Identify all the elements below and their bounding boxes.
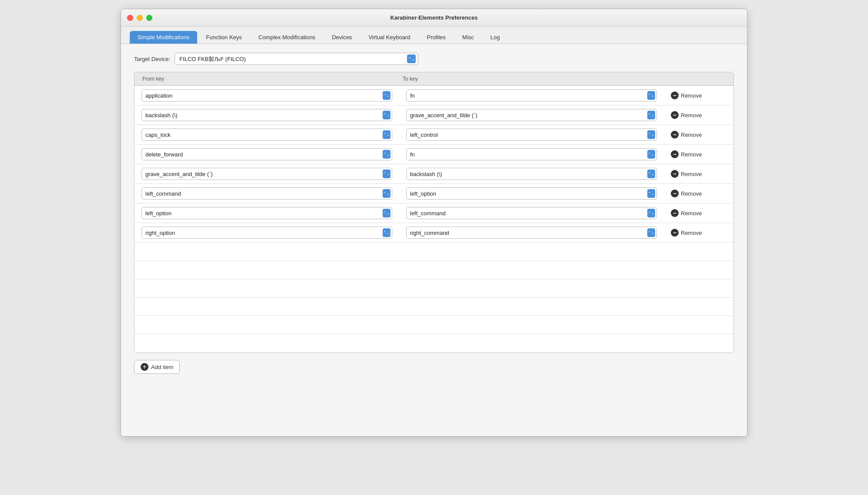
to-key-cell: left_command ⌃⌄ [399,203,664,223]
to-key-select-2[interactable]: left_control [406,129,657,141]
to-key-select-wrapper: left_command ⌃⌄ [406,207,657,219]
from-key-select-2[interactable]: caps_lock [141,129,392,141]
window-title: Karabiner-Elements Preferences [390,14,478,21]
to-key-select-wrapper: fn ⌃⌄ [406,148,657,160]
to-key-select-0[interactable]: fn [406,89,657,102]
to-key-select-3[interactable]: fn [406,148,657,160]
from-key-select-4[interactable]: grave_accent_and_tilde (`) [141,168,392,180]
from-key-select-wrapper: backslash (\) ⌃⌄ [141,109,392,121]
device-select[interactable]: FILCO FKB製ЉF (FILCO) [175,53,418,65]
remove-button-1[interactable]: − Remove [667,109,705,121]
action-header [659,75,729,83]
from-key-cell: grave_accent_and_tilde (`) ⌃⌄ [135,164,399,183]
from-key-select-0[interactable]: application [141,89,392,102]
from-key-cell: delete_forward ⌃⌄ [135,145,399,164]
table-row: caps_lock ⌃⌄ left_control ⌃⌄ − [135,125,733,145]
remove-button-7[interactable]: − Remove [667,227,705,238]
remove-cell: − Remove [664,186,733,201]
to-key-cell: fn ⌃⌄ [399,86,664,105]
maximize-button[interactable] [146,15,152,21]
from-key-cell: left_command ⌃⌄ [135,184,399,203]
tab-profiles[interactable]: Profiles [419,31,454,44]
table-row-empty [135,279,733,298]
to-key-select-wrapper: backslash (\) ⌃⌄ [406,168,657,180]
from-key-select-wrapper: application ⌃⌄ [141,89,392,102]
tab-virtual-keyboard[interactable]: Virtual Keyboard [361,31,418,44]
from-key-select-wrapper: right_option ⌃⌄ [141,227,392,239]
tab-log[interactable]: Log [483,31,508,44]
remove-cell: − Remove [664,166,733,181]
from-key-cell: right_option ⌃⌄ [135,223,399,242]
from-key-cell: caps_lock ⌃⌄ [135,125,399,144]
to-key-cell: grave_accent_and_tilde (`) ⌃⌄ [399,105,664,125]
remove-cell: − Remove [664,225,733,240]
table-row: delete_forward ⌃⌄ fn ⌃⌄ − [135,145,733,164]
add-icon: + [141,363,148,371]
remove-button-2[interactable]: − Remove [667,129,705,140]
table-row: left_option ⌃⌄ left_command ⌃⌄ [135,203,733,223]
remove-icon-1: − [671,111,679,119]
remove-cell: − Remove [664,147,733,162]
remove-cell: − Remove [664,88,733,103]
from-key-select-1[interactable]: backslash (\) [141,109,392,121]
from-key-cell: backslash (\) ⌃⌄ [135,105,399,125]
to-key-select-1[interactable]: grave_accent_and_tilde (`) [406,109,657,121]
to-key-select-4[interactable]: backslash (\) [406,168,657,180]
to-key-cell: right_command ⌃⌄ [399,223,664,242]
remove-cell: − Remove [664,108,733,122]
from-key-select-3[interactable]: delete_forward [141,148,392,160]
to-key-header: To key [399,75,659,83]
remove-cell: − Remove [664,206,733,220]
remove-icon-7: − [671,229,679,237]
table-row-empty [135,243,733,261]
table-row: right_option ⌃⌄ right_command ⌃⌄ [135,223,733,243]
to-key-select-5[interactable]: left_option [406,187,657,200]
to-key-cell: left_option ⌃⌄ [399,184,664,203]
tab-bar: Simple Modifications Function Keys Compl… [121,27,747,44]
to-key-cell: left_control ⌃⌄ [399,125,664,144]
from-key-select-5[interactable]: left_command [141,187,392,200]
to-key-select-7[interactable]: right_command [406,227,657,239]
minimize-button[interactable] [137,15,143,21]
remove-icon-5: − [671,190,679,197]
remove-icon-4: − [671,170,679,178]
main-window: Karabiner-Elements Preferences Simple Mo… [121,9,747,437]
remove-button-4[interactable]: − Remove [667,168,705,180]
content-area: Target Device: FILCO FKB製ЉF (FILCO) ⌃⌄ F… [121,44,747,436]
table-row: grave_accent_and_tilde (`) ⌃⌄ backslash … [135,164,733,184]
target-device-row: Target Device: FILCO FKB製ЉF (FILCO) ⌃⌄ [134,53,734,65]
target-device-label: Target Device: [134,56,170,62]
table-row-empty [135,261,733,279]
table-row-empty [135,316,733,334]
from-key-select-wrapper: delete_forward ⌃⌄ [141,148,392,160]
title-bar: Karabiner-Elements Preferences [121,9,747,27]
remove-icon-6: − [671,209,679,217]
remove-button-0[interactable]: − Remove [667,90,705,101]
to-key-select-wrapper: grave_accent_and_tilde (`) ⌃⌄ [406,109,657,121]
tab-devices[interactable]: Devices [324,31,360,44]
add-item-button[interactable]: + Add item [134,360,180,374]
remove-icon-2: − [671,131,679,139]
table-header: From key To key [135,72,733,86]
from-key-select-6[interactable]: left_option [141,207,392,219]
tab-function-keys[interactable]: Function Keys [198,31,249,44]
table-row: backslash (\) ⌃⌄ grave_accent_and_tilde … [135,105,733,125]
to-key-cell: backslash (\) ⌃⌄ [399,164,664,183]
remove-button-6[interactable]: − Remove [667,207,705,219]
from-key-select-7[interactable]: right_option [141,227,392,239]
from-key-cell: left_option ⌃⌄ [135,203,399,223]
remove-icon-3: − [671,150,679,158]
from-key-cell: application ⌃⌄ [135,86,399,105]
tab-complex-modifications[interactable]: Complex Modifications [251,31,323,44]
to-key-select-6[interactable]: left_command [406,207,657,219]
from-key-header: From key [139,75,399,83]
tab-simple-modifications[interactable]: Simple Modifications [130,31,197,44]
to-key-select-wrapper: left_option ⌃⌄ [406,187,657,200]
table-row: left_command ⌃⌄ left_option ⌃⌄ [135,184,733,203]
table-row-empty [135,334,733,353]
tab-misc[interactable]: Misc [454,31,482,44]
from-key-select-wrapper: left_command ⌃⌄ [141,187,392,200]
remove-button-5[interactable]: − Remove [667,188,705,199]
close-button[interactable] [127,15,133,21]
remove-button-3[interactable]: − Remove [667,149,705,160]
